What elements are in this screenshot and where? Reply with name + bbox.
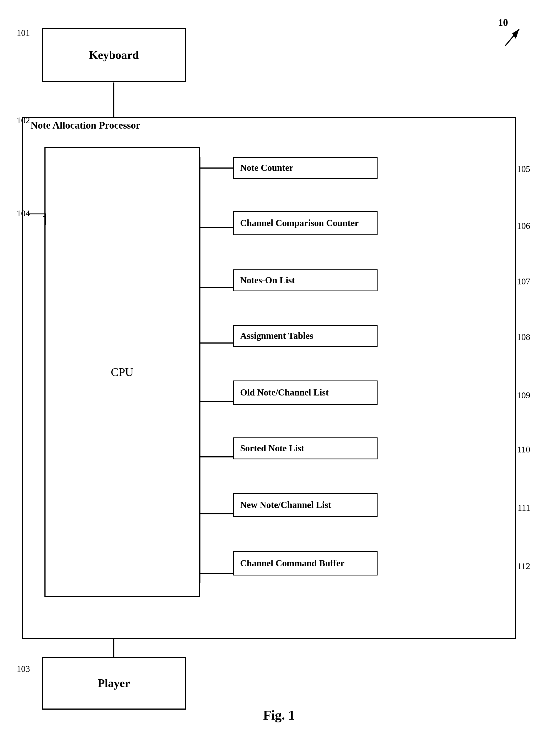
ref-105: 105	[517, 164, 530, 174]
diagram-container: 10 Keyboard 101 Note Allocation Processo…	[0, 0, 558, 756]
svg-marker-1	[512, 29, 519, 39]
figure-label: Fig. 1	[263, 707, 295, 723]
assignment-tables-box: Assignment Tables	[233, 325, 378, 347]
ref-110: 110	[517, 444, 530, 455]
sorted-note-list-box: Sorted Note List	[233, 437, 378, 459]
new-note-channel-list-label: New Note/Channel List	[240, 500, 331, 510]
notes-on-list-box: Notes-On List	[233, 269, 378, 291]
new-note-channel-list-box: New Note/Channel List	[233, 493, 378, 517]
channel-comparison-counter-label: Channel Comparison Counter	[240, 218, 359, 228]
channel-command-buffer-label: Channel Command Buffer	[240, 558, 345, 568]
ref-111: 111	[517, 503, 530, 513]
assignment-tables-label: Assignment Tables	[240, 331, 313, 341]
old-note-channel-list-box: Old Note/Channel List	[233, 381, 378, 405]
notes-on-list-label: Notes-On List	[240, 275, 295, 285]
player-box: Player	[42, 657, 186, 710]
ref-104: 104	[17, 208, 30, 219]
note-counter-label: Note Counter	[240, 163, 294, 173]
ref-107: 107	[517, 276, 530, 287]
channel-comparison-counter-box: Channel Comparison Counter	[233, 211, 378, 235]
sorted-note-list-label: Sorted Note List	[240, 443, 304, 453]
ref-103: 103	[17, 664, 30, 674]
ref-106: 106	[517, 221, 530, 231]
ref-101: 101	[17, 28, 30, 38]
keyboard-box: Keyboard	[42, 28, 186, 82]
player-label: Player	[98, 677, 130, 690]
cpu-box: CPU	[45, 147, 200, 597]
ref-102: 102	[17, 115, 30, 125]
old-note-channel-list-label: Old Note/Channel List	[240, 387, 329, 397]
cpu-label: CPU	[111, 366, 133, 379]
keyboard-label: Keyboard	[89, 48, 139, 62]
ref-10: 10	[498, 17, 508, 28]
channel-command-buffer-box: Channel Command Buffer	[233, 551, 378, 576]
note-counter-box: Note Counter	[233, 157, 378, 179]
ref-109: 109	[517, 390, 530, 400]
ref-108: 108	[517, 332, 530, 342]
nap-label: Note Allocation Processor	[30, 119, 140, 131]
svg-line-0	[505, 29, 519, 46]
ref-112: 112	[517, 561, 530, 571]
